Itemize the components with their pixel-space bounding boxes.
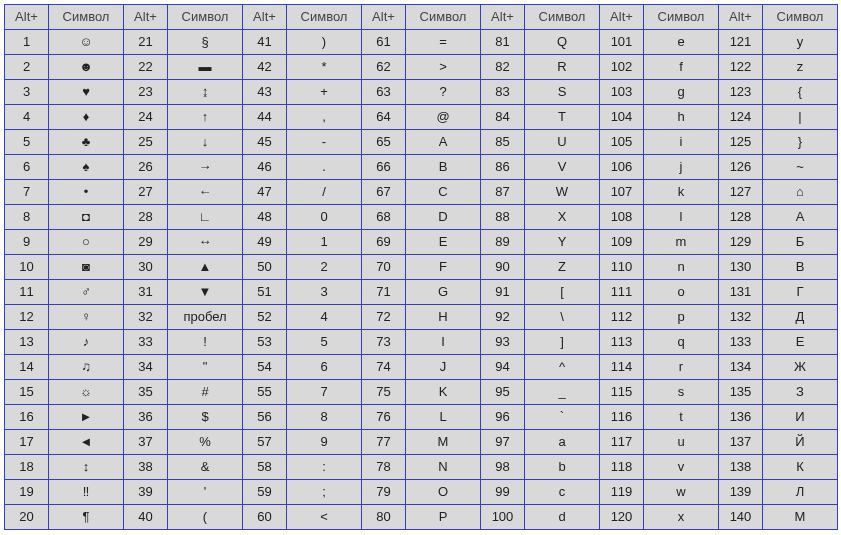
code-cell: 78 — [361, 454, 405, 479]
symbol-cell: ↑ — [167, 104, 242, 129]
symbol-cell: ↕ — [48, 454, 123, 479]
code-cell: 42 — [242, 54, 286, 79]
code-cell: 77 — [361, 429, 405, 454]
symbol-cell: ` — [524, 404, 599, 429]
code-cell: 101 — [599, 29, 643, 54]
symbol-cell: B — [405, 154, 480, 179]
code-cell: 103 — [599, 79, 643, 104]
symbol-cell: = — [405, 29, 480, 54]
code-cell: 53 — [242, 329, 286, 354]
code-cell: 115 — [599, 379, 643, 404]
code-cell: 68 — [361, 204, 405, 229]
symbol-cell: l — [643, 204, 718, 229]
symbol-cell: P — [405, 504, 480, 529]
code-cell: 130 — [718, 254, 762, 279]
code-cell: 110 — [599, 254, 643, 279]
symbol-cell: b — [524, 454, 599, 479]
symbol-cell: ] — [524, 329, 599, 354]
symbol-cell: y — [762, 29, 837, 54]
code-cell: 20 — [4, 504, 48, 529]
symbol-cell: D — [405, 204, 480, 229]
symbol-cell: 5 — [286, 329, 361, 354]
symbol-cell: K — [405, 379, 480, 404]
code-cell: 136 — [718, 404, 762, 429]
symbol-cell: ^ — [524, 354, 599, 379]
symbol-cell: g — [643, 79, 718, 104]
code-cell: 70 — [361, 254, 405, 279]
symbol-cell: ! — [167, 329, 242, 354]
symbol-cell: ♫ — [48, 354, 123, 379]
symbol-cell: ◄ — [48, 429, 123, 454]
symbol-cell: 7 — [286, 379, 361, 404]
code-cell: 123 — [718, 79, 762, 104]
symbol-cell: z — [762, 54, 837, 79]
code-cell: 63 — [361, 79, 405, 104]
header-code: Alt+ — [123, 4, 167, 29]
symbol-cell: H — [405, 304, 480, 329]
symbol-cell: ○ — [48, 229, 123, 254]
code-cell: 112 — [599, 304, 643, 329]
symbol-cell: @ — [405, 104, 480, 129]
code-cell: 99 — [480, 479, 524, 504]
code-cell: 59 — [242, 479, 286, 504]
code-cell: 126 — [718, 154, 762, 179]
code-cell: 44 — [242, 104, 286, 129]
code-cell: 80 — [361, 504, 405, 529]
symbol-cell: X — [524, 204, 599, 229]
symbol-cell: x — [643, 504, 718, 529]
alt-codes-table: Alt+СимволAlt+СимволAlt+СимволAlt+Символ… — [4, 4, 838, 530]
code-cell: 114 — [599, 354, 643, 379]
symbol-cell: L — [405, 404, 480, 429]
code-cell: 86 — [480, 154, 524, 179]
code-cell: 64 — [361, 104, 405, 129]
symbol-cell: Z — [524, 254, 599, 279]
symbol-cell: E — [405, 229, 480, 254]
symbol-cell: пробел — [167, 304, 242, 329]
code-cell: 32 — [123, 304, 167, 329]
header-code: Alt+ — [242, 4, 286, 29]
code-cell: 131 — [718, 279, 762, 304]
code-cell: 119 — [599, 479, 643, 504]
code-cell: 102 — [599, 54, 643, 79]
symbol-cell: _ — [524, 379, 599, 404]
symbol-cell: v — [643, 454, 718, 479]
symbol-cell: , — [286, 104, 361, 129]
symbol-cell: n — [643, 254, 718, 279]
code-cell: 2 — [4, 54, 48, 79]
code-cell: 127 — [718, 179, 762, 204]
symbol-cell: r — [643, 354, 718, 379]
code-cell: 118 — [599, 454, 643, 479]
code-cell: 94 — [480, 354, 524, 379]
header-symbol: Символ — [643, 4, 718, 29]
header-symbol: Символ — [524, 4, 599, 29]
code-cell: 48 — [242, 204, 286, 229]
symbol-cell: ← — [167, 179, 242, 204]
code-cell: 104 — [599, 104, 643, 129]
code-cell: 24 — [123, 104, 167, 129]
code-cell: 140 — [718, 504, 762, 529]
symbol-cell: o — [643, 279, 718, 304]
symbol-cell: " — [167, 354, 242, 379]
symbol-cell: G — [405, 279, 480, 304]
code-cell: 9 — [4, 229, 48, 254]
symbol-cell: > — [405, 54, 480, 79]
header-symbol: Символ — [48, 4, 123, 29]
symbol-cell: u — [643, 429, 718, 454]
symbol-cell: Л — [762, 479, 837, 504]
symbol-cell: ♠ — [48, 154, 123, 179]
header-code: Alt+ — [480, 4, 524, 29]
code-cell: 34 — [123, 354, 167, 379]
code-cell: 50 — [242, 254, 286, 279]
code-cell: 125 — [718, 129, 762, 154]
symbol-cell: И — [762, 404, 837, 429]
code-cell: 135 — [718, 379, 762, 404]
symbol-cell: \ — [524, 304, 599, 329]
symbol-cell: Е — [762, 329, 837, 354]
header-code: Alt+ — [4, 4, 48, 29]
symbol-cell: 4 — [286, 304, 361, 329]
symbol-cell: ♀ — [48, 304, 123, 329]
symbol-cell: s — [643, 379, 718, 404]
symbol-cell: Y — [524, 229, 599, 254]
symbol-cell: ♥ — [48, 79, 123, 104]
symbol-cell: i — [643, 129, 718, 154]
